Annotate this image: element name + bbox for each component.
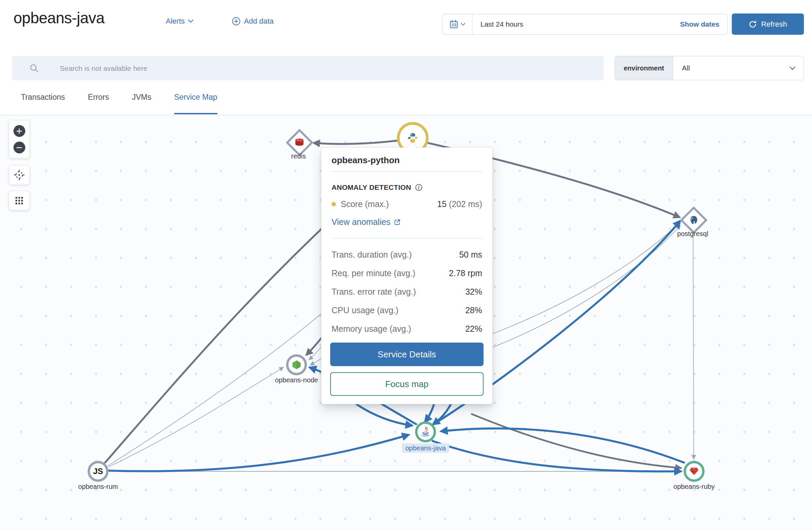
chevron-down-icon <box>789 66 803 70</box>
view-anomalies-label: View anomalies <box>332 217 391 227</box>
metric-value: 50 ms <box>459 250 482 260</box>
refresh-icon <box>749 20 757 28</box>
popup-divider <box>332 171 482 172</box>
score-value: 15 <box>437 199 447 209</box>
alerts-label: Alerts <box>166 17 185 26</box>
search-input[interactable] <box>59 56 593 81</box>
plus-icon <box>16 128 22 134</box>
date-picker: Last 24 hours Show dates <box>442 14 728 35</box>
zoom-out-button[interactable] <box>14 142 25 153</box>
environment-filter-value: All <box>673 64 789 72</box>
search-icon <box>30 64 39 73</box>
ruby-icon <box>689 467 699 476</box>
metric-row: CPU usage (avg.) 28% <box>332 301 482 320</box>
center-map-button[interactable] <box>14 169 25 181</box>
view-anomalies-link[interactable]: View anomalies <box>332 217 401 227</box>
apm-service-page: opbeans-java Alerts Add data Last 24 hou… <box>0 0 812 530</box>
add-data-label: Add data <box>244 17 274 26</box>
crosshair-icon <box>14 169 25 181</box>
anomaly-severity-dot <box>332 202 336 206</box>
node-label-opbeans-ruby: opbeans-ruby <box>643 483 744 490</box>
zoom-in-button[interactable] <box>14 125 25 137</box>
popup-divider <box>332 238 482 238</box>
service-map-node-opbeans-rum[interactable]: JS <box>88 461 108 482</box>
chevron-down-icon <box>461 23 465 26</box>
popup-metrics: Trans. duration (avg.) 50 ms Req. per mi… <box>332 246 482 338</box>
anomaly-score-row: Score (max.) 15 (202 ms) <box>332 198 482 210</box>
tab-service-map[interactable]: Service Map <box>174 93 217 114</box>
environment-filter[interactable]: environment All <box>614 56 804 80</box>
grid-dots-icon <box>14 196 24 205</box>
node-label-opbeans-java: opbeans-java <box>389 444 463 452</box>
focus-map-button[interactable]: Focus map <box>330 372 483 396</box>
metric-value: 32% <box>465 287 482 297</box>
page-title: opbeans-java <box>14 9 104 27</box>
metric-label: Memory usage (avg.) <box>332 324 411 334</box>
alerts-menu[interactable]: Alerts <box>166 17 193 26</box>
grid-layout-button[interactable] <box>14 196 24 205</box>
metric-label: Req. per minute (avg.) <box>332 268 416 278</box>
tab-errors[interactable]: Errors <box>88 93 109 114</box>
tab-jvms[interactable]: JVMs <box>132 93 151 114</box>
calendar-icon <box>449 19 459 29</box>
show-dates-link[interactable]: Show dates <box>680 20 727 28</box>
popup-title: opbeans-python <box>332 155 400 166</box>
java-icon <box>420 426 431 437</box>
anomaly-section-header: ANOMALY DETECTION <box>332 183 422 192</box>
info-icon[interactable] <box>415 184 422 191</box>
node-label-opbeans-rum: opbeans-rum <box>47 483 149 490</box>
service-map-node-opbeans-ruby[interactable] <box>684 461 705 482</box>
metric-value: 22% <box>465 324 482 334</box>
external-link-icon <box>394 219 401 225</box>
zoom-controls-panel <box>9 120 30 158</box>
chevron-down-icon <box>188 19 193 23</box>
layout-panel <box>9 191 30 210</box>
tab-transactions[interactable]: Transactions <box>21 93 65 114</box>
redis-icon <box>294 138 305 147</box>
center-map-panel <box>9 165 30 185</box>
minus-icon <box>16 145 22 151</box>
score-duration: (202 ms) <box>447 199 482 209</box>
score-label: Score (max.) <box>340 199 389 209</box>
service-details-button[interactable]: Service Details <box>330 343 483 366</box>
metric-value: 28% <box>465 305 482 315</box>
time-range-value[interactable]: Last 24 hours <box>473 20 680 28</box>
selected-node-label-text: opbeans-java <box>402 443 449 453</box>
js-icon: JS <box>93 466 103 476</box>
node-label-postgresql: postgresql <box>642 230 743 238</box>
refresh-button[interactable]: Refresh <box>732 13 804 35</box>
metric-row: Req. per minute (avg.) 2.78 rpm <box>332 264 482 282</box>
metric-label: Trans. error rate (avg.) <box>332 287 416 297</box>
metric-value: 2.78 rpm <box>449 268 482 278</box>
add-data-button[interactable]: Add data <box>232 17 274 26</box>
python-icon <box>407 132 419 144</box>
nodejs-icon <box>292 360 301 370</box>
service-map-node-opbeans-node[interactable] <box>286 354 307 375</box>
service-map-node-opbeans-java[interactable] <box>415 421 436 442</box>
search-bar <box>12 56 604 80</box>
service-popup: opbeans-python ANOMALY DETECTION Score (… <box>321 147 493 404</box>
metric-label: Trans. duration (avg.) <box>332 250 412 260</box>
metric-row: Memory usage (avg.) 22% <box>332 320 482 338</box>
calendar-dropdown-button[interactable] <box>443 14 473 34</box>
environment-filter-label: environment <box>615 56 673 80</box>
postgresql-icon <box>689 215 699 225</box>
metric-row: Trans. error rate (avg.) 32% <box>332 282 482 301</box>
refresh-label: Refresh <box>761 20 787 29</box>
metric-row: Trans. duration (avg.) 50 ms <box>332 246 482 264</box>
tab-bar: Transactions Errors JVMs Service Map <box>21 93 217 114</box>
plus-circle-icon <box>232 17 241 26</box>
metric-label: CPU usage (avg.) <box>332 305 398 315</box>
anomaly-section-title: ANOMALY DETECTION <box>332 183 411 192</box>
